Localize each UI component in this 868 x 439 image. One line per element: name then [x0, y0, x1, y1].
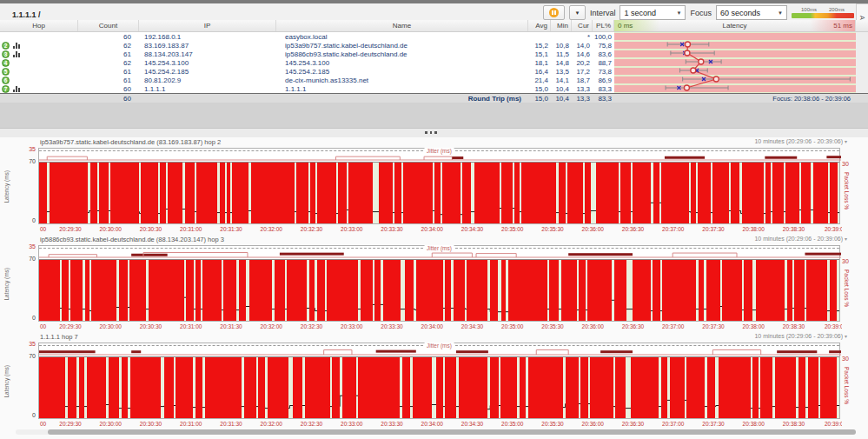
time-tick-label: 00 [40, 323, 46, 329]
packet-loss-bar [249, 260, 272, 321]
panel-splitter[interactable] [0, 103, 868, 128]
graph-title-row: ip53a9b757.static.kabel-deutschland.de (… [38, 137, 849, 147]
col-header-avg[interactable]: Avg [528, 20, 551, 31]
packet-loss-bar [808, 357, 818, 418]
name-cell: 145.254.2.185 [276, 67, 528, 76]
hop-cell: 7 [0, 84, 78, 93]
packet-loss-bar [500, 357, 517, 418]
packet-loss-bar [68, 357, 76, 418]
time-tick-label: 20:37:30 [702, 421, 724, 427]
packet-loss-bar [699, 260, 705, 321]
packet-loss-bar [587, 260, 612, 321]
time-tick-label: 20:38:30 [783, 421, 805, 427]
time-tick-label: 20:35:30 [541, 226, 563, 232]
packet-loss-bar [220, 163, 225, 223]
packet-loss-bar [413, 357, 432, 418]
packet-loss-bar [90, 163, 98, 223]
packet-loss-bar [756, 260, 785, 321]
graph-plot-area[interactable]: Jitter (ms) [38, 148, 840, 224]
col-header-min[interactable]: Min [551, 20, 572, 31]
count-cell: 60 [78, 84, 139, 93]
packet-loss-bar [296, 163, 308, 223]
min-cell: 10,8 [551, 41, 572, 50]
time-tick-label: 20:32:00 [261, 323, 282, 329]
latency-max-label: 70 [22, 256, 36, 262]
packet-loss-max-label: 30 [842, 258, 854, 264]
avg-cell: 18,1 [528, 58, 551, 67]
packet-loss-bar [239, 260, 246, 321]
graph-shown-icon [13, 42, 21, 49]
time-tick-label: 20:34:30 [461, 323, 483, 329]
latency-zero-label: 0 [22, 412, 36, 418]
ip-cell: 145.254.3.100 [139, 58, 276, 67]
time-tick-label: 20:34:00 [421, 226, 443, 232]
packet-loss-bar [501, 163, 512, 223]
packet-loss-bar [661, 163, 689, 223]
time-tick-label: 20:31:30 [220, 421, 242, 427]
latency-max-label: 70 [22, 353, 36, 359]
packet-loss-bar [579, 260, 586, 321]
packet-loss-bar [202, 260, 221, 321]
col-header-latency[interactable]: 0 ms Latency 51 ms [614, 20, 856, 31]
graph-title: ip53a9b757.static.kabel-deutschland.de (… [40, 138, 221, 146]
pause-icon [549, 8, 559, 17]
hop-cell [0, 32, 78, 41]
time-tick-label: 20:36:30 [622, 421, 644, 427]
packet-loss-bar [434, 163, 441, 223]
time-tick-label: 20:33:00 [341, 323, 362, 329]
latency-scale-legend: 100ms 200ms [792, 7, 854, 18]
packet-loss-bar [787, 260, 792, 321]
name-cell: 145.254.3.100 [276, 58, 528, 67]
focus-select[interactable]: 60 seconds ▼ [716, 5, 787, 20]
pause-button[interactable] [543, 5, 565, 20]
latency-gradient-bar [792, 13, 854, 18]
packet-loss-bar [631, 357, 659, 418]
packet-loss-bar [561, 260, 577, 321]
pause-dropdown-button[interactable]: ▼ [569, 5, 586, 20]
col-header-ip[interactable]: IP [139, 20, 276, 31]
interval-select[interactable]: 1 second ▼ [620, 5, 686, 20]
graph-range-selector[interactable]: 10 minutes (20:29:06 - 20:39:06) ▾ [754, 138, 847, 144]
row-filler [856, 67, 868, 76]
row-filler [856, 58, 868, 67]
packet-loss-bar [39, 357, 65, 418]
ip-cell: 192.168.0.1 [139, 32, 276, 41]
packet-loss-bar [731, 163, 739, 223]
time-tick-label: 20:32:30 [301, 421, 322, 427]
packet-loss-bar [327, 260, 358, 321]
chevron-down-icon: ▼ [778, 10, 783, 16]
graph-plot-area[interactable]: Jitter (ms) [38, 343, 840, 419]
col-header-cur[interactable]: Cur [572, 20, 593, 31]
hop-number-badge: 4 [2, 59, 10, 67]
graph-title-row: ip5886cb93.static.kabel-deutschland.de (… [38, 235, 849, 244]
avg-cell: 15,2 [528, 41, 551, 50]
col-header-name[interactable]: Name [276, 20, 528, 31]
packet-loss-bar [596, 163, 619, 223]
col-header-pl[interactable]: PL% [593, 20, 614, 31]
graph-range-selector[interactable]: 10 minutes (20:29:06 - 20:39:06) ▾ [754, 333, 847, 339]
packet-loss-bar [168, 163, 182, 223]
packet-loss-bar [39, 163, 47, 223]
count-cell: 61 [78, 67, 139, 76]
time-tick-label: 20:32:30 [301, 226, 322, 232]
jitter-max-label: 35 [22, 243, 36, 249]
packet-loss-bar [653, 260, 660, 321]
packet-loss-bar [653, 163, 660, 223]
packet-loss-bar [712, 163, 729, 223]
time-tick-label: 20:35:30 [541, 421, 563, 427]
col-header-hop[interactable]: Hop [0, 20, 78, 31]
splitter-grip-icon [425, 131, 437, 134]
cur-cell: * [572, 32, 593, 41]
horizontal-scrollbar-thumb[interactable] [48, 429, 856, 435]
cur-cell: 17,2 [572, 67, 593, 76]
time-tick-label: 20:29:30 [59, 421, 81, 427]
graph-range-selector[interactable]: 10 minutes (20:29:06 - 20:39:06) ▾ [754, 236, 847, 242]
packet-loss-bar [462, 163, 471, 223]
graph-range-label: 10 minutes (20:29:06 - 20:39:06) [754, 333, 843, 339]
col-header-count[interactable]: Count [78, 20, 139, 31]
packet-loss-bar [70, 260, 83, 321]
time-tick-label: 20:33:30 [381, 323, 402, 329]
time-tick-label: 20:31:00 [180, 226, 202, 232]
packet-loss-bar [765, 163, 771, 223]
graph-plot-area[interactable]: Jitter (ms) [38, 245, 840, 322]
